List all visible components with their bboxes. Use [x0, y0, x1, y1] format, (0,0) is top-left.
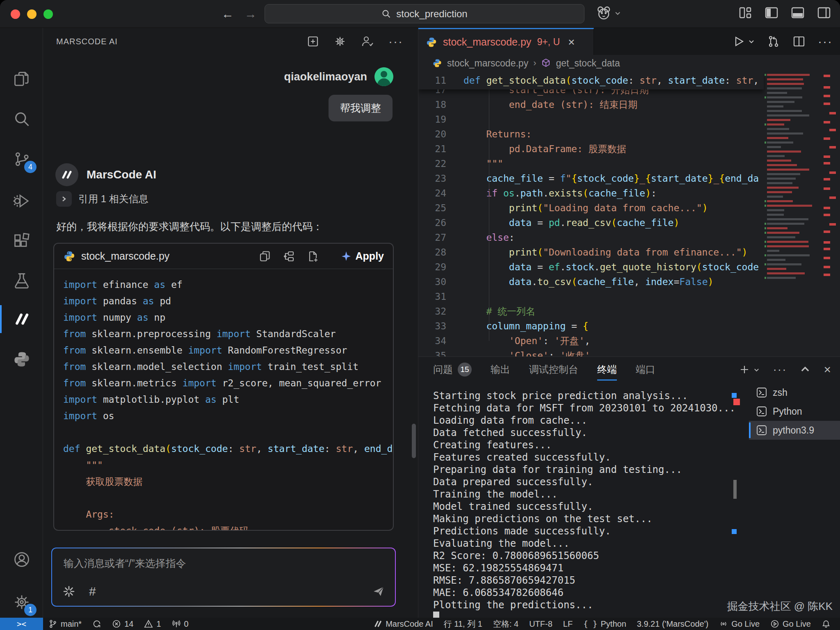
activity-item-settings[interactable]: 1	[0, 582, 43, 622]
panel-tab-问题[interactable]: 问题15	[433, 357, 472, 382]
status-playcircle[interactable]: Go Live	[765, 618, 816, 630]
activity-item-explorer[interactable]	[0, 59, 43, 99]
remote-indicator[interactable]: ><	[0, 618, 43, 630]
insert-into-file-icon[interactable]	[306, 250, 319, 262]
minimap[interactable]	[765, 71, 814, 356]
profile-menu[interactable]	[596, 5, 621, 21]
status-braces[interactable]: { }Python	[578, 618, 632, 630]
breadcrumb-file[interactable]: stock_marscode.py	[447, 58, 528, 69]
status-error[interactable]: 14	[107, 618, 139, 630]
back-icon[interactable]: ←	[221, 6, 234, 22]
code-line: from sklearn.ensemble import RandomFores…	[63, 342, 393, 358]
breadcrumb-symbol[interactable]: get_stock_data	[556, 58, 620, 69]
maximize-window-button[interactable]	[43, 9, 53, 19]
terminal-output[interactable]: Starting stock price prediction analysis…	[433, 390, 731, 623]
minimize-window-button[interactable]	[27, 9, 37, 19]
terminal-line: Predictions made successfully.	[433, 525, 731, 537]
sticky-scroll-line[interactable]: 11def get_stock_data(stock_code: str, st…	[418, 71, 764, 89]
terminal-scroll-decoration	[732, 393, 737, 398]
activity-item-marscode[interactable]	[0, 299, 43, 339]
activity-item-python[interactable]	[0, 340, 43, 379]
context-hash-icon[interactable]: #	[89, 584, 96, 598]
run-python-icon[interactable]	[733, 35, 755, 48]
status-tower[interactable]: 0	[167, 618, 194, 630]
maximize-panel-icon[interactable]	[800, 364, 810, 375]
status-marscode[interactable]: MarsCode AI	[368, 618, 438, 630]
terminal-line: Making predictions on the test set...	[433, 513, 731, 525]
account-check-icon[interactable]	[361, 34, 374, 48]
copy-code-icon[interactable]	[259, 250, 271, 262]
breadcrumb[interactable]: stock_marscode.py › get_stock_data	[418, 55, 840, 71]
chat-input-box[interactable]: 输入消息或者“/”来选择指令 #	[51, 548, 396, 607]
close-window-button[interactable]	[11, 9, 20, 19]
panel-tab-终端[interactable]: 终端	[597, 357, 617, 382]
status-bell[interactable]	[816, 618, 836, 630]
open-changes-icon[interactable]	[767, 35, 780, 48]
customize-layout-icon[interactable]	[738, 6, 752, 20]
panel-tab-输出[interactable]: 输出	[491, 357, 510, 382]
more-actions-icon[interactable]: ···	[818, 34, 833, 48]
apply-button[interactable]: Apply	[341, 250, 384, 262]
editor-tab-bar: stock_marscode.py 9+, U × ···	[418, 28, 840, 55]
status-lf[interactable]: LF	[558, 618, 578, 630]
toggle-panel-icon[interactable]	[791, 6, 805, 20]
status--4[interactable]: 空格: 4	[488, 618, 524, 630]
terminal-line: Training the model...	[433, 488, 731, 500]
assistant-intro-text: 好的，我将根据你的要求调整代码。以下是调整后的代码：	[56, 220, 402, 233]
terminal-icon	[756, 406, 767, 417]
new-chat-icon[interactable]	[306, 35, 320, 48]
terminal-instance-zsh[interactable]: zsh	[749, 383, 840, 402]
activity-item-run-debug[interactable]	[0, 181, 43, 221]
status-utf-8[interactable]: UTF-8	[524, 618, 558, 630]
code-line: from sklearn.preprocessing import Standa…	[63, 326, 393, 342]
panel-tab-调试控制台[interactable]: 调试控制台	[529, 357, 578, 382]
terminal-instance-Python[interactable]: Python	[749, 402, 840, 421]
forward-icon[interactable]: →	[244, 6, 257, 22]
terminal-scrollbar[interactable]	[733, 480, 737, 499]
code-line: import efinance as ef	[63, 276, 393, 293]
code-line: from sklearn.metrics import r2_score, me…	[63, 375, 393, 391]
activity-item-accounts[interactable]	[0, 540, 43, 579]
status-golive[interactable]: Go Live	[714, 618, 765, 630]
send-message-icon[interactable]	[372, 585, 385, 598]
status-branch[interactable]: main*	[43, 618, 87, 630]
code-line: stock_code (str): 股票代码	[63, 523, 393, 531]
reference-toggle[interactable]: 引用 1 相关信息	[56, 191, 148, 207]
terminal-instance-python3.9[interactable]: python3.9	[749, 421, 840, 440]
code-editor[interactable]: 17 start_date (str): 开始日期18 end_date (st…	[418, 71, 840, 356]
ai-command-icon[interactable]	[63, 585, 75, 598]
marscode-ai-sidebar: MARSCODE AI ··· qiaokelimaoyan 帮我调整 Mars…	[43, 28, 418, 618]
tab-filename: stock_marscode.py	[443, 36, 531, 48]
status--11-1[interactable]: 行 11, 列 1	[438, 618, 488, 630]
status-sync[interactable]	[87, 618, 107, 630]
activity-item-extensions[interactable]	[0, 221, 43, 261]
more-actions-icon[interactable]: ···	[388, 34, 403, 48]
tab-stock-marscode[interactable]: stock_marscode.py 9+, U ×	[418, 28, 594, 55]
terminal-line: R2 Score: 0.7800689651560065	[433, 550, 731, 562]
toggle-secondary-sidebar-icon[interactable]	[817, 6, 831, 20]
status-3-9-21-marscode-[interactable]: 3.9.21 ('MarsCode')	[632, 618, 714, 630]
settings-gear-icon[interactable]	[333, 35, 347, 48]
close-tab-icon[interactable]: ×	[568, 36, 575, 49]
settings-badge: 1	[24, 604, 37, 616]
insert-diff-icon[interactable]	[283, 250, 295, 262]
activity-item-testing[interactable]	[0, 261, 43, 300]
sidebar-scrollbar[interactable]	[412, 424, 416, 458]
activity-item-search[interactable]	[0, 99, 43, 139]
bottom-panel: 问题15输出调试控制台终端端口 ··· × Starting stock pri…	[418, 356, 840, 618]
more-actions-icon[interactable]: ···	[773, 363, 787, 376]
status-warning[interactable]: 1	[139, 618, 166, 630]
terminal-line: Data prepared successfully.	[433, 476, 731, 488]
new-terminal-icon[interactable]	[739, 364, 760, 375]
code-line	[63, 490, 393, 506]
toggle-primary-sidebar-icon[interactable]	[765, 6, 778, 20]
search-icon	[381, 9, 391, 19]
activity-item-source-control[interactable]: 4	[0, 139, 43, 179]
panel-tab-端口[interactable]: 端口	[636, 357, 655, 382]
editor-line: 19	[418, 112, 764, 127]
close-panel-icon[interactable]: ×	[824, 363, 831, 377]
split-editor-icon[interactable]	[792, 35, 806, 48]
vscode-window: ← → stock_prediction 41 MARSCODE AI	[0, 0, 840, 630]
chevron-right-icon	[56, 191, 72, 207]
command-center-search[interactable]: stock_prediction	[265, 4, 584, 23]
